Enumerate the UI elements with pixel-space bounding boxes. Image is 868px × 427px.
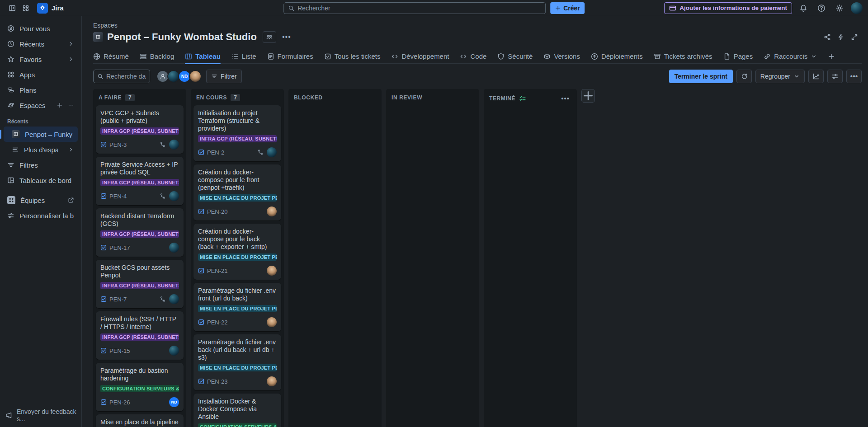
- breadcrumb[interactable]: Espaces: [93, 22, 862, 29]
- chevron-down-icon: [793, 73, 800, 80]
- collapse-sidebar-button[interactable]: [5, 2, 19, 14]
- sidebar-item-apps[interactable]: Apps: [4, 67, 78, 82]
- board-more-button[interactable]: •••: [846, 70, 862, 83]
- user-avatar[interactable]: [851, 2, 863, 14]
- card-assignee-avatar[interactable]: [169, 191, 179, 201]
- share-icon[interactable]: [824, 33, 831, 41]
- notifications-button[interactable]: [797, 2, 810, 14]
- board-card[interactable]: Initialisation du projet Terraform (stru…: [193, 105, 281, 161]
- tab-tickets-archivés[interactable]: Tickets archivés: [654, 49, 712, 64]
- board-card[interactable]: Backend distant Terraform (GCS)INFRA GCP…: [96, 208, 184, 257]
- board-card[interactable]: Paramétrage du bastion hardeningCONFIGUR…: [96, 363, 184, 411]
- view-settings-button[interactable]: [827, 70, 843, 83]
- tab-versions[interactable]: Versions: [543, 49, 580, 64]
- shield-icon: [497, 53, 505, 60]
- card-assignee-avatar[interactable]: [267, 376, 277, 386]
- column-header: IN REVIEW: [389, 92, 476, 105]
- tab-résumé[interactable]: Résumé: [93, 49, 129, 64]
- board-card[interactable]: Création du docker-compose pour le front…: [193, 164, 281, 221]
- plus-icon[interactable]: [57, 102, 63, 108]
- filter-button[interactable]: Filtrer: [206, 70, 242, 83]
- ellipsis-icon[interactable]: [68, 102, 74, 108]
- sprint-insights-button[interactable]: [736, 70, 752, 83]
- card-assignee-avatar[interactable]: [169, 243, 179, 253]
- add-tab-button[interactable]: [828, 53, 835, 60]
- help-button[interactable]: [815, 2, 828, 14]
- sidebar-item-filtres[interactable]: Filtres: [4, 157, 78, 173]
- sidebar-item-more-spaces[interactable]: Plus d'espaces: [4, 142, 78, 157]
- card-footer: PEN-22: [198, 317, 277, 327]
- tab-formulaires[interactable]: Formulaires: [267, 49, 313, 64]
- tab-développement[interactable]: Développement: [391, 49, 449, 64]
- card-assignee-avatar[interactable]: [169, 346, 179, 356]
- card-assignee-avatar[interactable]: [267, 147, 277, 157]
- card-assignee-avatar[interactable]: [169, 140, 179, 150]
- card-assignee-avatar[interactable]: [267, 266, 277, 276]
- board-card[interactable]: Création du docker-compose pour le back …: [193, 224, 281, 280]
- finish-sprint-button[interactable]: Terminer le sprint: [669, 70, 733, 83]
- board-card[interactable]: VPC GCP + Subnets (public + private)INFR…: [96, 105, 184, 154]
- globe-icon: [93, 53, 100, 60]
- sidebar-item-pour-vous[interactable]: Pour vous: [4, 21, 78, 36]
- card-key: PEN-2: [207, 149, 224, 156]
- card-label: MISE EN PLACE DU PROJET PENPOT (...: [198, 305, 277, 312]
- payment-info-button[interactable]: Ajouter les informations de paiement: [664, 2, 792, 14]
- board-card[interactable]: Paramétrage du fichier .env back (url du…: [193, 334, 281, 390]
- global-search-input[interactable]: [297, 5, 541, 12]
- column-more-button[interactable]: •••: [559, 94, 571, 102]
- card-assignee-avatar[interactable]: [267, 206, 277, 216]
- assignee-filter-avatar[interactable]: [189, 70, 202, 83]
- sidebar-item-teams[interactable]: Équipes: [4, 192, 78, 208]
- branch-icon: [257, 149, 264, 155]
- sidebar-item-espaces[interactable]: Espaces: [4, 98, 78, 113]
- project-more-button[interactable]: •••: [280, 31, 293, 43]
- star-icon: [7, 56, 14, 63]
- sidebar-item-plans[interactable]: Plans: [4, 82, 78, 98]
- jira-logo[interactable]: Jira: [37, 3, 64, 14]
- tab-backlog[interactable]: Backlog: [140, 49, 174, 64]
- tab-déploiements[interactable]: Déploiements: [591, 49, 643, 64]
- board-search-input[interactable]: [106, 73, 146, 80]
- sidebar-item-favoris[interactable]: Favoris: [4, 52, 78, 67]
- tab-tous-les-tickets[interactable]: Tous les tickets: [324, 49, 381, 64]
- tab-raccourcis[interactable]: Raccourcis: [764, 49, 817, 64]
- chevron-down-icon: [811, 53, 817, 60]
- board-search[interactable]: [93, 70, 150, 83]
- sidebar-item-penpot-space[interactable]: Penpot – Funky Womb...: [4, 127, 78, 142]
- group-by-button[interactable]: Regrouper: [755, 70, 805, 83]
- board-card[interactable]: Firewall rules (SSH / HTTP / HTTPS / int…: [96, 311, 184, 360]
- global-search[interactable]: [283, 2, 546, 14]
- lightning-icon[interactable]: [837, 33, 844, 41]
- members-button[interactable]: [263, 31, 276, 43]
- card-assignee-avatar[interactable]: [169, 294, 179, 304]
- tab-pages[interactable]: Pages: [723, 49, 753, 64]
- create-button[interactable]: Créer: [550, 2, 585, 14]
- card-title: Paramétrage du bastion hardening: [100, 367, 179, 382]
- card-assignee-avatar[interactable]: ND: [169, 397, 179, 407]
- app-switcher-button[interactable]: [19, 2, 33, 14]
- board-card[interactable]: Mise en place de la pipeline GitLab (ske…: [96, 414, 184, 427]
- settings-button[interactable]: [833, 2, 846, 14]
- jira-logo-icon: [37, 3, 48, 14]
- board-card[interactable]: Installation Docker & Docker Compose via…: [193, 394, 281, 427]
- column-en-cours: EN COURS7Initialisation du projet Terraf…: [191, 89, 284, 427]
- add-column-button[interactable]: [581, 89, 595, 103]
- card-footer: PEN-23: [198, 376, 277, 386]
- send-feedback-button[interactable]: Envoyer du feedback s...: [5, 408, 81, 422]
- column-name: EN COURS: [196, 94, 227, 101]
- board-card[interactable]: Bucket GCS pour assets PenpotINFRA GCP (…: [96, 260, 184, 308]
- expand-icon[interactable]: [851, 33, 858, 41]
- board-card[interactable]: Paramétrage du fichier .env front (url d…: [193, 283, 281, 331]
- sidebar-item-tableaux-de-bord[interactable]: Tableaux de bord: [4, 173, 78, 188]
- planet-icon: [7, 102, 14, 109]
- sidebar-item-customize[interactable]: Personnaliser la barre la...: [4, 208, 78, 223]
- tab-label: Tickets archivés: [664, 52, 712, 60]
- tab-code[interactable]: Code: [460, 49, 486, 64]
- sidebar-item-r-cents[interactable]: Récents: [4, 36, 78, 52]
- card-assignee-avatar[interactable]: [267, 317, 277, 327]
- insights-button[interactable]: [808, 70, 824, 83]
- tab-liste[interactable]: Liste: [231, 49, 256, 64]
- board-card[interactable]: Private Service Access + IP privée Cloud…: [96, 157, 184, 205]
- tab-sécurité[interactable]: Sécurité: [497, 49, 533, 64]
- tab-tableau[interactable]: Tableau: [185, 49, 221, 64]
